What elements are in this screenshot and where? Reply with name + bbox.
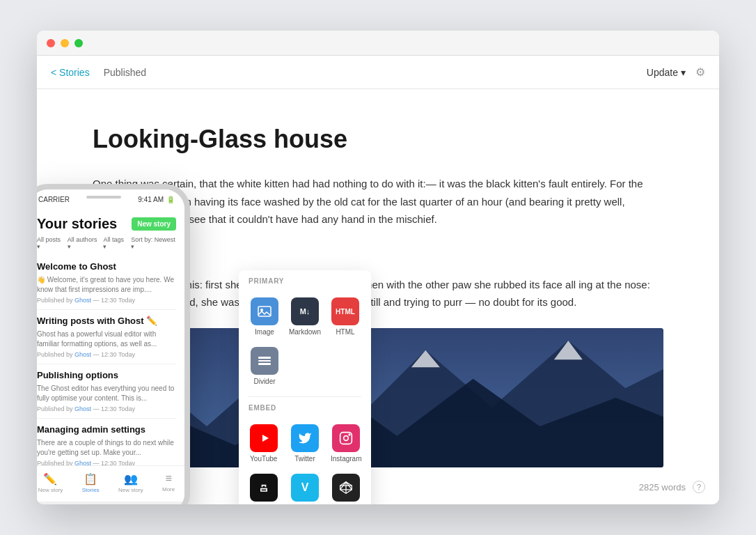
battery-icon: 🔋 (166, 196, 175, 203)
top-nav-right: Update ▾ ⚙ (647, 65, 705, 79)
youtube-label: YouTube (250, 455, 277, 463)
new-story2-tab-icon: 👥 (124, 472, 138, 486)
phone-post-meta-welcome: Published by Ghost — 12:30 Today (37, 297, 176, 304)
new-story2-tab-label: New story (118, 487, 143, 493)
phone-post-excerpt-writing: Ghost has a powerful visual editor with … (37, 329, 176, 349)
divider-label: Divider (253, 378, 275, 385)
svg-rect-8 (258, 357, 271, 359)
tab-new-story[interactable]: ✏️ New story (38, 472, 63, 493)
codepen-icon (332, 474, 360, 502)
phone-status-bar: CARRIER 9:41 AM 🔋 (37, 189, 184, 209)
phone-post-meta-admin: Published by Ghost — 12:30 Today (37, 460, 176, 465)
help-icon[interactable]: ? (693, 481, 705, 493)
more-tab-label: More (162, 486, 175, 493)
insert-markdown-item[interactable]: M↓ Markdown (285, 292, 325, 341)
word-count-bar: 2825 words ? (639, 481, 705, 493)
published-tab[interactable]: Published (104, 67, 147, 78)
filter-all-authors[interactable]: All authors ▾ (68, 236, 100, 250)
phone-post-title-admin: Managing admin settings (37, 424, 176, 436)
embed-grid: YouTube Twitter Instagram (239, 416, 371, 504)
phone-stories-header: Your stories New story (37, 209, 184, 236)
phone-post-admin[interactable]: Managing admin settings There are a coup… (37, 419, 176, 465)
phone-post-title-publishing: Publishing options (37, 370, 176, 382)
phone-status-right: 9:41 AM 🔋 (138, 196, 175, 203)
update-button[interactable]: Update ▾ (647, 67, 686, 78)
divider-icon (251, 347, 278, 375)
instagram-label: Instagram (331, 455, 361, 463)
top-nav-left: < Stories Published (51, 67, 146, 78)
twitter-label: Twitter (294, 455, 315, 463)
markdown-label: Markdown (289, 328, 321, 336)
insert-twitter-item[interactable]: Twitter (283, 419, 326, 468)
phone-home-indicator (37, 502, 184, 504)
phone-post-excerpt-publishing: The Ghost editor has everything you need… (37, 384, 176, 403)
insert-unsplash-item[interactable]: Unsplash (244, 468, 283, 504)
window-titlebar (37, 31, 719, 56)
svg-rect-9 (258, 360, 271, 362)
tab-stories[interactable]: 📋 Stories (82, 472, 100, 493)
filter-sort[interactable]: Sort by: Newest ▾ (131, 236, 176, 250)
insert-html-item[interactable]: HTML HTML (325, 292, 365, 341)
embed-section-label: EMBED (239, 397, 371, 416)
insert-codepen-item[interactable]: CodePen (327, 468, 365, 504)
carrier-label: CARRIER (38, 196, 70, 203)
back-to-stories-link[interactable]: < Stories (51, 67, 90, 78)
youtube-icon (250, 424, 278, 452)
main-content: Looking-Glass house One thing was certai… (37, 89, 719, 504)
phone-post-publishing[interactable]: Publishing options The Ghost editor has … (37, 364, 176, 419)
desktop-window: < Stories Published Update ▾ ⚙ Looking-G… (37, 31, 719, 504)
phone-post-title-writing: Writing posts with Ghost ✏️ (37, 316, 176, 327)
phone-filter-bar: All posts ▾ All authors ▾ All tags ▾ Sor… (37, 236, 184, 256)
svg-point-12 (344, 436, 349, 441)
insert-vimeo-item[interactable]: V Vimeo (283, 468, 326, 504)
fullscreen-button[interactable] (74, 39, 83, 47)
unsplash-icon (250, 474, 278, 502)
svg-rect-10 (258, 363, 271, 365)
insert-instagram-item[interactable]: Instagram (327, 419, 365, 468)
phone-bottom-tabs: ✏️ New story 📋 Stories 👥 New story ≡ Mor… (37, 465, 184, 502)
stories-tab-icon: 📋 (84, 472, 97, 486)
phone-post-title-welcome: Welcome to Ghost (37, 261, 176, 273)
phone-post-welcome[interactable]: Welcome to Ghost 👋 Welcome, it's great t… (37, 256, 176, 310)
phone-post-meta-publishing: Published by Ghost — 12:30 Today (37, 405, 176, 412)
more-tab-icon: ≡ (165, 472, 171, 485)
markdown-icon: M↓ (291, 297, 319, 325)
twitter-icon (291, 424, 319, 452)
tab-new-story2[interactable]: 👥 New story (118, 472, 143, 493)
new-story-tab-icon: ✏️ (43, 472, 57, 486)
primary-section-label: PRIMARY (239, 270, 371, 289)
post-title: Looking-Glass house (93, 124, 663, 154)
phone-post-meta-writing: Published by Ghost — 12:30 Today (37, 351, 176, 358)
minimize-button[interactable] (61, 39, 69, 47)
filter-all-tags[interactable]: All tags ▾ (103, 236, 127, 250)
phone-time: 9:41 AM (138, 196, 164, 203)
update-arrow-icon: ▾ (681, 67, 686, 78)
phone-post-excerpt-welcome: 👋 Welcome, it's great to have you here. … (37, 275, 176, 295)
phone-new-story-button[interactable]: New story (132, 217, 176, 231)
tab-more[interactable]: ≡ More (162, 472, 175, 493)
stories-tab-label: Stories (82, 487, 100, 493)
word-count: 2825 words (639, 482, 686, 493)
image-label: Image (255, 328, 274, 336)
svg-point-13 (349, 434, 350, 435)
html-icon: HTML (331, 297, 359, 325)
close-button[interactable] (47, 39, 55, 47)
settings-icon[interactable]: ⚙ (695, 65, 705, 79)
instagram-icon (332, 424, 360, 452)
phone-stories-title: Your stories (37, 216, 117, 232)
insert-image-item[interactable]: Image (244, 292, 285, 341)
insert-divider-item[interactable]: Divider (244, 341, 285, 391)
insert-youtube-item[interactable]: YouTube (244, 419, 283, 468)
phone-post-excerpt-admin: There are a couple of things to do next … (37, 438, 176, 458)
phone-posts-list[interactable]: Welcome to Ghost 👋 Welcome, it's great t… (37, 256, 184, 465)
phone-mockup: CARRIER 9:41 AM 🔋 Your stories New story… (37, 184, 190, 504)
phone-screen: Your stories New story All posts ▾ All a… (37, 209, 184, 502)
phone-notch (86, 196, 121, 199)
insert-popup: PRIMARY Image M↓ Markdown (239, 270, 371, 504)
primary-grid: Image M↓ Markdown HTML HTML (239, 289, 371, 396)
html-label: HTML (336, 328, 354, 336)
top-nav: < Stories Published Update ▾ ⚙ (37, 56, 719, 89)
vimeo-icon: V (291, 474, 319, 502)
filter-all-posts[interactable]: All posts ▾ (37, 236, 63, 250)
phone-post-writing[interactable]: Writing posts with Ghost ✏️ Ghost has a … (37, 310, 176, 364)
